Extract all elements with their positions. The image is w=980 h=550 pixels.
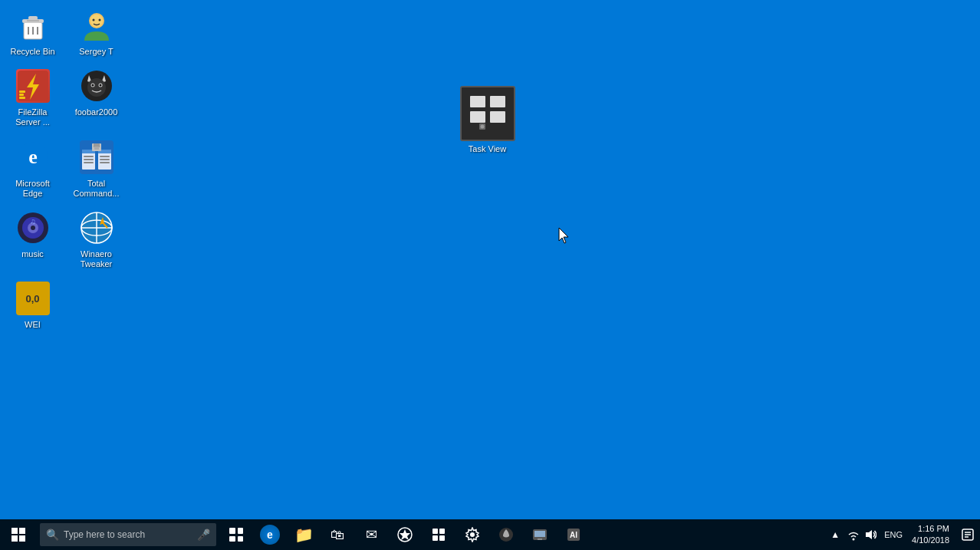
svg-point-12 [87,78,106,97]
taskbar-app6-button[interactable] [388,519,422,550]
taskbar-file-explorer-button[interactable]: 📁 [287,519,321,550]
tray-show-hidden-button[interactable]: ▲ [827,529,843,540]
taskbar-edge-button[interactable]: e [253,519,287,550]
tray-clock[interactable]: 1:16 PM 4/10/2018 [906,523,955,547]
microphone-icon: 🎤 [197,529,210,541]
tray-notification-button[interactable] [955,519,980,550]
svg-point-15 [91,84,94,87]
svg-rect-25 [84,159,94,160]
tray-icons-area [843,527,881,542]
svg-point-60 [470,532,475,537]
svg-rect-52 [19,528,25,534]
taskbar-task-view-button[interactable] [219,519,253,550]
edge-label: Microsoft Edge [7,179,58,199]
recycle-bin-label: Recycle Bin [10,47,54,57]
winaero-tweaker-label: Winaero Tweaker [71,249,122,269]
system-tray: ▲ ENG 1:16 PM [827,519,980,550]
svg-point-67 [853,538,855,541]
desktop-icon-filezilla[interactable]: FileZilla Server ... [4,64,61,130]
total-commander-label: Total Command... [71,179,122,199]
svg-rect-56 [432,529,438,534]
foobar2000-label: foobar2000 [75,107,118,117]
svg-rect-57 [439,529,445,534]
wei-label: WEI [25,320,41,330]
start-button[interactable] [0,519,37,550]
task-view-desktop-label: Task View [469,144,506,154]
svg-rect-32 [94,147,99,150]
music-label: music [21,249,44,259]
svg-rect-51 [12,528,18,534]
store-icon: 🛍 [331,527,344,543]
svg-rect-29 [100,162,110,163]
sergey-t-label: Sergey T [79,47,113,57]
svg-rect-8 [19,91,25,93]
taskbar-app7-button[interactable] [422,519,455,550]
mail-icon: ✉ [366,526,377,543]
desktop-icon-foobar2000[interactable]: foobar2000 [67,64,125,130]
svg-rect-63 [534,531,545,537]
svg-rect-10 [19,97,25,99]
svg-rect-47 [470,111,485,123]
svg-text:AI: AI [570,531,577,539]
svg-rect-58 [432,535,438,541]
desktop-task-view-icon[interactable]: Task View [459,83,516,157]
tray-network-icon[interactable] [846,527,861,542]
desktop-icon-winaero-tweaker[interactable]: Winaero Tweaker [67,206,125,272]
desktop-icon-wei[interactable]: 0,0 WEI [4,277,61,333]
search-icon: 🔍 [46,529,59,541]
svg-point-6 [98,19,100,21]
taskbar-settings-button[interactable] [455,519,489,550]
taskbar-mail-button[interactable]: ✉ [354,519,388,550]
file-explorer-icon: 📁 [294,525,314,544]
taskbar-store-button[interactable]: 🛍 [321,519,354,550]
svg-rect-54 [19,535,25,542]
svg-marker-68 [866,530,872,539]
desktop-icon-total-commander[interactable]: Total Command... [67,136,125,202]
svg-rect-26 [84,162,94,163]
desktop: Recycle Bin Sergey T [0,0,980,522]
taskbar-app11-button[interactable]: AI [557,519,590,550]
taskbar-app10-button[interactable] [523,519,557,550]
tray-language-indicator[interactable]: ENG [881,530,906,539]
tray-time: 1:16 PM [912,523,949,535]
search-input-text: Type here to search [64,529,197,540]
svg-rect-27 [100,156,110,157]
svg-text:♫: ♫ [30,217,36,226]
desktop-icon-microsoft-edge[interactable]: e Microsoft Edge [4,136,61,202]
svg-rect-2 [28,16,38,20]
svg-rect-48 [490,111,505,123]
svg-point-16 [99,84,101,87]
svg-rect-64 [538,538,542,540]
filezilla-label: FileZilla Server ... [7,107,58,127]
wei-icon-img: 0,0 [16,282,50,315]
desktop-icon-music[interactable]: ♫ music [4,206,61,272]
tray-volume-icon[interactable] [863,527,878,542]
search-box[interactable]: 🔍 Type here to search 🎤 [40,523,216,546]
desktop-icon-sergey-t[interactable]: Sergey T [67,4,125,60]
filezilla-icon-img [16,69,50,103]
edge-taskbar-icon: e [260,525,280,545]
svg-rect-45 [470,96,485,107]
taskbar-app9-button[interactable] [489,519,523,550]
svg-rect-46 [490,96,505,107]
svg-point-50 [480,125,484,129]
mouse-cursor [558,227,567,242]
desktop-icon-recycle-bin[interactable]: Recycle Bin [4,4,61,60]
taskbar: 🔍 Type here to search 🎤 e 📁 🛍 ✉ [0,519,980,550]
svg-rect-28 [100,159,110,160]
svg-point-5 [92,19,94,21]
tray-date: 4/10/2018 [912,535,949,546]
svg-rect-9 [19,94,24,96]
svg-text:e: e [28,146,38,168]
svg-point-36 [31,226,35,230]
svg-rect-24 [84,156,94,157]
svg-rect-59 [439,535,445,541]
svg-rect-53 [12,535,18,542]
